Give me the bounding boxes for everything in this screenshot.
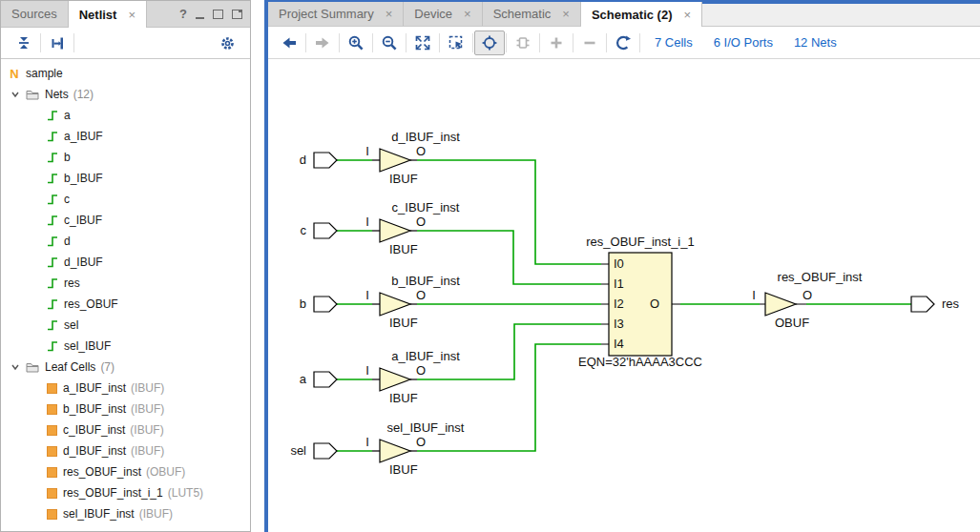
input-port-shape[interactable] xyxy=(314,297,337,312)
pin-label-o: O xyxy=(650,297,659,311)
tree-item-cell[interactable]: d_IBUF_inst(IBUF) xyxy=(1,440,250,461)
input-port-shape[interactable] xyxy=(314,153,337,168)
chevron-down-icon[interactable] xyxy=(10,362,20,372)
forward-button[interactable] xyxy=(307,31,338,55)
tree-item-net[interactable]: sel_IBUF xyxy=(1,336,250,357)
close-icon[interactable]: × xyxy=(386,7,393,21)
buffer-triangle[interactable] xyxy=(380,440,410,462)
tree-item-net[interactable]: b xyxy=(1,147,250,168)
netlist-panel: Sources Netlist × ? xyxy=(0,0,251,532)
minus-icon xyxy=(581,34,598,51)
zoom-out-button[interactable] xyxy=(374,31,405,55)
tree-item-cell[interactable]: res_OBUF_inst(OBUF) xyxy=(1,461,250,482)
expand-hierarchy-button[interactable] xyxy=(42,31,73,55)
pin-label-o: O xyxy=(416,144,426,158)
pin-label-o: O xyxy=(416,363,426,378)
cell-icon xyxy=(47,404,57,415)
tree-group-nets[interactable]: Nets (12) xyxy=(1,84,250,105)
output-port-shape[interactable] xyxy=(911,297,934,312)
tree-item-net[interactable]: res_OBUF xyxy=(1,294,250,315)
instance-label: c_IBUF_inst xyxy=(392,200,460,215)
tree-item-net[interactable]: d_IBUF xyxy=(1,252,250,273)
tree-item-net[interactable]: c_IBUF xyxy=(1,210,250,231)
net-icon xyxy=(47,277,58,289)
buffer-triangle[interactable] xyxy=(765,293,796,316)
buffer-triangle[interactable] xyxy=(380,219,410,242)
close-icon[interactable]: × xyxy=(683,8,691,22)
chevron-down-icon[interactable] xyxy=(10,90,20,99)
collapse-all-button[interactable] xyxy=(9,31,39,55)
tab-project-summary[interactable]: Project Summary × xyxy=(268,2,404,26)
tree-item-net[interactable]: res xyxy=(1,273,250,294)
close-icon[interactable]: × xyxy=(128,8,136,22)
tree-item-net[interactable]: b_IBUF xyxy=(1,168,250,189)
tab-schematic[interactable]: Schematic × xyxy=(483,2,581,26)
tree-item-cell[interactable]: sel_IBUF_inst(IBUF) xyxy=(1,503,250,524)
expand-cell-button[interactable] xyxy=(508,31,538,55)
instance-label: sel_IBUF_inst xyxy=(387,420,465,435)
tab-device[interactable]: Device × xyxy=(404,2,482,26)
settings-button[interactable] xyxy=(212,31,242,55)
input-port-shape[interactable] xyxy=(314,223,337,238)
tree-root-sample[interactable]: N sample xyxy=(1,63,250,84)
tree-group-label: Nets xyxy=(45,88,69,101)
buffer-triangle[interactable] xyxy=(380,368,410,391)
tree-item-cell[interactable]: c_IBUF_inst(IBUF) xyxy=(1,419,250,440)
close-icon[interactable]: × xyxy=(464,7,471,21)
close-icon[interactable]: × xyxy=(562,7,570,21)
add-button[interactable] xyxy=(541,31,572,55)
schematic-canvas[interactable]: d I O d_IBUF_inst IBUF c I xyxy=(268,59,980,532)
back-button[interactable] xyxy=(274,31,304,55)
buffer-triangle[interactable] xyxy=(380,149,410,172)
minimize-icon[interactable] xyxy=(196,10,204,19)
regenerate-button[interactable] xyxy=(608,31,638,55)
net-label: c_IBUF xyxy=(64,214,102,227)
pin-label-i: I xyxy=(365,144,369,158)
net-icon xyxy=(47,194,58,205)
schematic-stats: 7 Cells 6 I/O Ports 12 Nets xyxy=(655,35,837,50)
folder-icon xyxy=(26,361,39,373)
tree-item-net[interactable]: a_IBUF xyxy=(1,126,250,147)
zoom-fit-button[interactable] xyxy=(407,31,438,55)
tree-item-cell[interactable]: a_IBUF_inst(IBUF) xyxy=(1,378,250,399)
tree-item-net[interactable]: c xyxy=(1,189,250,210)
port-label: d xyxy=(300,153,306,167)
float-window-icon[interactable] xyxy=(232,10,242,19)
tree-item-net[interactable]: d xyxy=(1,231,250,252)
toolbar-separator xyxy=(539,33,540,52)
tree-item-cell[interactable]: res_OBUF_inst_i_1(LUT5) xyxy=(1,482,250,503)
nets-count-link[interactable]: 12 Nets xyxy=(794,35,837,50)
cell-icon xyxy=(47,509,57,520)
net-label: sel_IBUF xyxy=(64,339,111,353)
input-port-shape[interactable] xyxy=(314,443,337,459)
toolbar-separator xyxy=(472,33,473,52)
tree-group-leaf-cells[interactable]: Leaf Cells (7) xyxy=(1,357,250,378)
tab-sources[interactable]: Sources xyxy=(1,1,69,27)
pin-label-i: I xyxy=(752,288,756,302)
pin-label-i4: I4 xyxy=(614,337,624,351)
buffer-triangle[interactable] xyxy=(380,293,410,316)
cells-count-link[interactable]: 7 Cells xyxy=(655,35,693,50)
cell-label: res_OBUF_inst_i_1 xyxy=(63,486,163,500)
tree-group-count: (7) xyxy=(100,360,115,374)
remove-button[interactable] xyxy=(574,31,605,55)
tab-schematic-2[interactable]: Schematic (2) × xyxy=(581,2,702,27)
help-icon[interactable]: ? xyxy=(179,7,187,21)
input-port-shape[interactable] xyxy=(314,372,337,387)
toolbar-separator xyxy=(573,33,573,52)
tree-item-net[interactable]: sel xyxy=(1,315,250,336)
cell-sel-ibuf: sel I O sel_IBUF_inst IBUF xyxy=(290,420,464,477)
tab-sources-label: Sources xyxy=(11,7,57,21)
pin-label-i: I xyxy=(365,363,369,378)
autofit-selection-button[interactable] xyxy=(474,31,505,55)
io-ports-count-link[interactable]: 6 I/O Ports xyxy=(714,35,773,50)
tree-item-cell[interactable]: b_IBUF_inst(IBUF) xyxy=(1,399,250,419)
zoom-in-button[interactable] xyxy=(341,31,371,55)
netlist-toolbar xyxy=(1,28,250,59)
tab-netlist[interactable]: Netlist × xyxy=(69,1,147,28)
zoom-to-selection-button[interactable] xyxy=(441,31,471,55)
pin-label-o: O xyxy=(803,288,812,302)
tree-item-net[interactable]: a xyxy=(1,105,250,126)
refresh-icon xyxy=(615,34,632,51)
maximize-icon[interactable] xyxy=(213,10,223,19)
